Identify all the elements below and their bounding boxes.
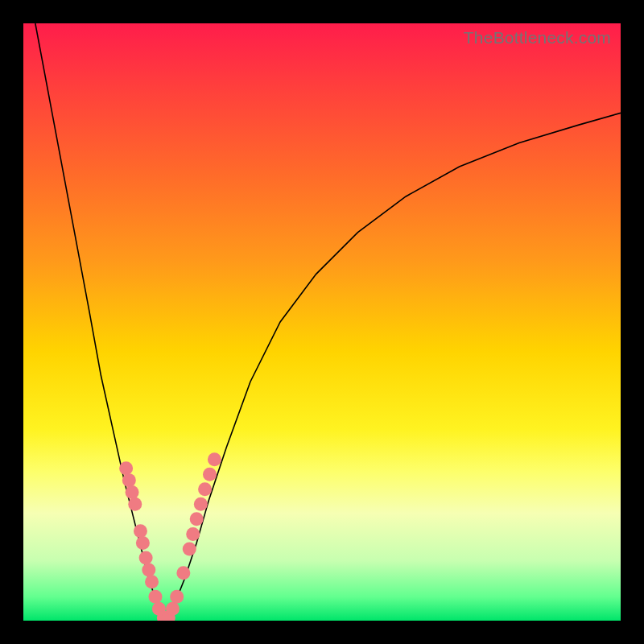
bead-marker bbox=[186, 527, 200, 541]
bead-marker bbox=[190, 512, 204, 526]
chart-svg bbox=[23, 23, 621, 621]
bead-marker bbox=[122, 473, 136, 487]
bead-marker bbox=[134, 524, 147, 538]
bead-marker bbox=[183, 542, 196, 555]
curve-right-branch bbox=[166, 113, 621, 621]
bead-marker bbox=[136, 536, 150, 550]
bead-marker bbox=[203, 468, 217, 481]
bead-marker bbox=[198, 482, 212, 496]
bead-marker bbox=[145, 575, 159, 588]
bead-marker bbox=[176, 566, 190, 580]
bead-marker bbox=[208, 452, 221, 466]
bead-cluster bbox=[119, 452, 221, 621]
bead-marker bbox=[126, 485, 139, 499]
bead-marker bbox=[194, 497, 208, 511]
bead-marker bbox=[119, 461, 133, 475]
bead-marker bbox=[148, 590, 162, 604]
bead-marker bbox=[166, 602, 180, 616]
plot-area: TheBottleneck.com bbox=[23, 23, 621, 621]
bead-marker bbox=[170, 590, 184, 604]
outer-frame: TheBottleneck.com bbox=[0, 0, 644, 644]
bead-marker bbox=[142, 563, 155, 576]
bead-marker bbox=[128, 497, 142, 511]
bead-marker bbox=[139, 551, 153, 565]
